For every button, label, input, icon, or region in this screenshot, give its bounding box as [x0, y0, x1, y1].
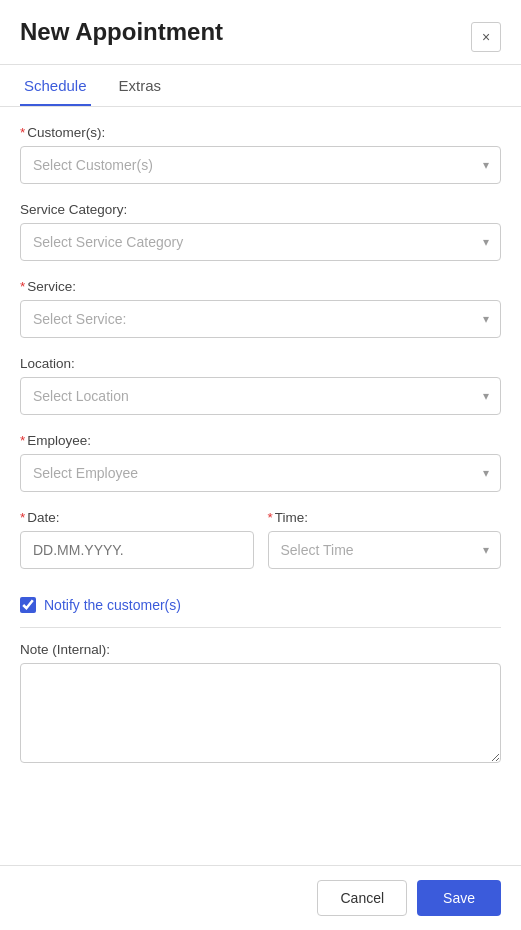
time-group: *Time: Select Time ▾ [268, 510, 502, 569]
notify-row: Notify the customer(s) [20, 597, 501, 613]
modal-footer: Cancel Save [0, 865, 521, 930]
service-category-select[interactable]: Select Service Category [20, 223, 501, 261]
employee-group: *Employee: Select Employee ▾ [20, 433, 501, 492]
service-label: *Service: [20, 279, 501, 294]
modal-header: New Appointment × [0, 0, 521, 64]
employee-select[interactable]: Select Employee [20, 454, 501, 492]
notify-label[interactable]: Notify the customer(s) [44, 597, 181, 613]
customers-select[interactable]: Select Customer(s) [20, 146, 501, 184]
tab-schedule[interactable]: Schedule [20, 67, 91, 106]
close-button[interactable]: × [471, 22, 501, 52]
notify-checkbox[interactable] [20, 597, 36, 613]
tab-extras[interactable]: Extras [115, 67, 166, 106]
note-label: Note (Internal): [20, 642, 501, 657]
date-group: *Date: [20, 510, 254, 569]
service-group: *Service: Select Service: ▾ [20, 279, 501, 338]
time-select[interactable]: Select Time [268, 531, 502, 569]
location-label: Location: [20, 356, 501, 371]
customers-required-star: * [20, 125, 25, 140]
modal-body: *Customer(s): Select Customer(s) ▾ Servi… [0, 107, 521, 865]
note-group: Note (Internal): [20, 642, 501, 766]
location-group: Location: Select Location ▾ [20, 356, 501, 415]
customers-group: *Customer(s): Select Customer(s) ▾ [20, 125, 501, 184]
service-category-label: Service Category: [20, 202, 501, 217]
header-divider [0, 64, 521, 65]
employee-label: *Employee: [20, 433, 501, 448]
date-input[interactable] [20, 531, 254, 569]
location-select-wrapper: Select Location ▾ [20, 377, 501, 415]
time-select-wrapper: Select Time ▾ [268, 531, 502, 569]
service-select[interactable]: Select Service: [20, 300, 501, 338]
note-textarea[interactable] [20, 663, 501, 763]
customers-label: *Customer(s): [20, 125, 501, 140]
service-required-star: * [20, 279, 25, 294]
location-select[interactable]: Select Location [20, 377, 501, 415]
service-select-wrapper: Select Service: ▾ [20, 300, 501, 338]
cancel-button[interactable]: Cancel [317, 880, 407, 916]
service-category-select-wrapper: Select Service Category ▾ [20, 223, 501, 261]
time-label: *Time: [268, 510, 502, 525]
time-required-star: * [268, 510, 273, 525]
customers-select-wrapper: Select Customer(s) ▾ [20, 146, 501, 184]
employee-select-wrapper: Select Employee ▾ [20, 454, 501, 492]
date-label: *Date: [20, 510, 254, 525]
date-time-row: *Date: *Time: Select Time ▾ [20, 510, 501, 587]
new-appointment-modal: New Appointment × Schedule Extras *Custo… [0, 0, 521, 930]
save-button[interactable]: Save [417, 880, 501, 916]
tab-bar: Schedule Extras [0, 67, 521, 107]
section-divider [20, 627, 501, 628]
employee-required-star: * [20, 433, 25, 448]
service-category-group: Service Category: Select Service Categor… [20, 202, 501, 261]
date-required-star: * [20, 510, 25, 525]
modal-title: New Appointment [20, 18, 223, 47]
